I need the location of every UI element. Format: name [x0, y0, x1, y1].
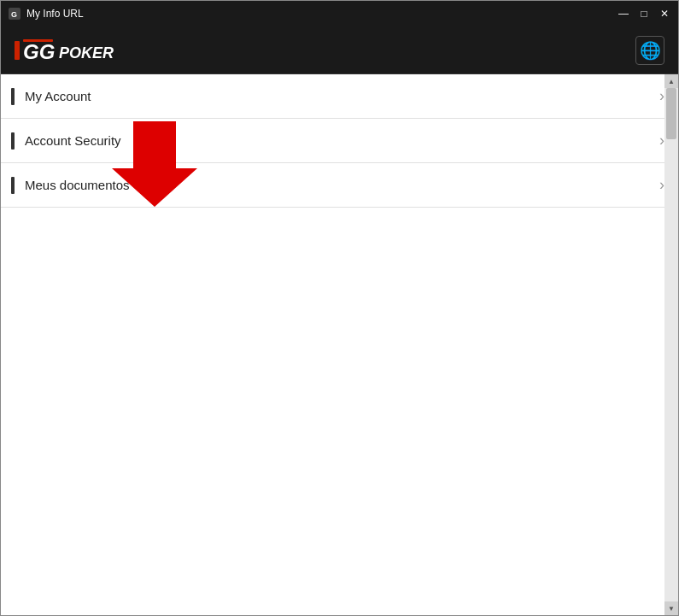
- globe-icon: 🌐: [640, 40, 661, 61]
- menu-indicator-meus-documentos: [11, 177, 15, 194]
- menu-label-meus-documentos: Meus documentos: [25, 178, 130, 192]
- minimize-button[interactable]: —: [617, 7, 630, 21]
- content-area: My Account › Account Security › Meus doc…: [1, 74, 678, 615]
- menu-item-meus-documentos-left: Meus documentos: [11, 177, 130, 194]
- menu-item-account-security[interactable]: Account Security ›: [1, 119, 678, 163]
- scrollbar: ▲ ▼: [664, 74, 678, 615]
- scrollbar-arrow-up[interactable]: ▲: [664, 74, 678, 88]
- title-bar-controls: — □ ✕: [617, 7, 671, 21]
- scrollbar-arrow-down[interactable]: ▼: [664, 601, 678, 615]
- svg-rect-5: [23, 39, 53, 42]
- svg-text:G: G: [11, 10, 17, 19]
- app-window: G My Info URL — □ ✕ GG POKER: [0, 0, 679, 616]
- close-button[interactable]: ✕: [658, 7, 671, 21]
- menu-item-account-security-left: Account Security: [11, 132, 121, 150]
- logo-svg: GG POKER: [15, 35, 117, 66]
- svg-text:GG: GG: [23, 40, 55, 63]
- svg-rect-2: [15, 41, 20, 60]
- menu-label-my-account: My Account: [25, 89, 91, 103]
- title-bar: G My Info URL — □ ✕: [1, 1, 678, 26]
- app-header: GG POKER 🌐: [1, 26, 678, 74]
- maximize-button[interactable]: □: [637, 7, 651, 21]
- menu-item-meus-documentos[interactable]: Meus documentos ›: [1, 163, 678, 208]
- globe-button[interactable]: 🌐: [635, 36, 664, 65]
- gg-poker-logo: GG POKER: [15, 35, 117, 66]
- scrollbar-thumb[interactable]: [666, 88, 676, 139]
- menu-label-account-security: Account Security: [25, 133, 121, 148]
- menu-list: My Account › Account Security › Meus doc…: [1, 74, 678, 208]
- scrollbar-track[interactable]: [664, 88, 678, 601]
- title-bar-title: My Info URL: [26, 8, 617, 20]
- menu-indicator-account-security: [11, 132, 15, 150]
- menu-item-my-account[interactable]: My Account ›: [1, 74, 678, 119]
- logo-container: GG POKER: [15, 35, 117, 66]
- title-bar-icon: G: [8, 7, 21, 21]
- menu-item-my-account-left: My Account: [11, 88, 91, 105]
- svg-text:POKER: POKER: [59, 44, 114, 62]
- menu-indicator-my-account: [11, 88, 15, 105]
